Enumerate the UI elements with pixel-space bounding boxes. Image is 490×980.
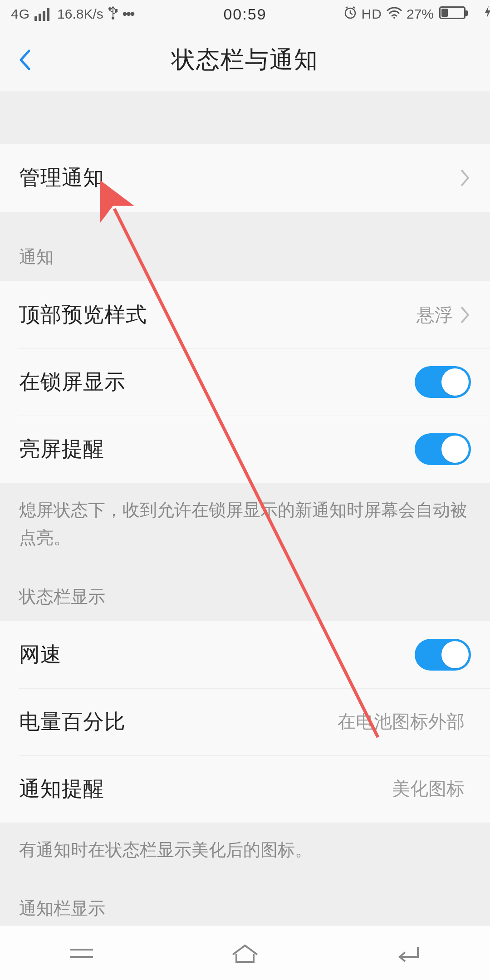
row-show-on-lockscreen[interactable]: 在锁屏显示 <box>0 348 490 416</box>
status-right: HD 27% <box>245 6 479 23</box>
row-label: 管理通知 <box>19 164 459 192</box>
battery-percent: 27% <box>407 6 434 22</box>
signal-bars-icon <box>34 7 53 21</box>
usb-icon <box>108 6 118 23</box>
back-button[interactable] <box>9 44 41 76</box>
hd-indicator: HD <box>362 6 382 22</box>
page-header: 状态栏与通知 <box>0 28 490 92</box>
group-manage: 管理通知 <box>0 144 490 212</box>
row-value: 美化图标 <box>392 776 465 801</box>
svg-rect-2 <box>115 10 117 11</box>
svg-point-0 <box>112 17 114 19</box>
battery-icon <box>439 6 466 19</box>
svg-point-4 <box>393 17 395 19</box>
toggle-wake-screen[interactable] <box>415 433 471 465</box>
row-label: 网速 <box>19 641 415 669</box>
section-header-notification-panel: 通知栏显示 <box>0 868 490 933</box>
chevron-right-icon <box>459 306 471 324</box>
row-battery-percent[interactable]: 电量百分比 在电池图标外部 <box>0 688 490 755</box>
row-net-speed[interactable]: 网速 <box>0 621 490 688</box>
wifi-icon <box>387 6 402 22</box>
section-header-notifications: 通知 <box>0 212 490 281</box>
row-notification-reminder[interactable]: 通知提醒 美化图标 <box>0 755 490 823</box>
row-wake-screen[interactable]: 亮屏提醒 <box>0 416 490 483</box>
footer-notifications: 熄屏状态下，收到允许在锁屏显示的新通知时屏幕会自动被点亮。 <box>0 483 490 556</box>
more-dots-icon: ••• <box>122 6 134 22</box>
svg-point-1 <box>109 8 111 10</box>
footer-statusbar: 有通知时在状态栏显示美化后的图标。 <box>0 823 490 868</box>
status-time: 00:59 <box>223 5 266 23</box>
group-notifications: 顶部预览样式 悬浮 在锁屏显示 亮屏提醒 <box>0 281 490 483</box>
row-manage-notifications[interactable]: 管理通知 <box>0 144 490 212</box>
status-left: 4G 16.8K/s ••• <box>11 6 245 23</box>
row-label: 在锁屏显示 <box>19 368 415 396</box>
chevron-right-icon <box>459 169 471 187</box>
row-label: 通知提醒 <box>19 775 392 803</box>
alarm-icon <box>343 6 357 23</box>
toggle-net-speed[interactable] <box>415 639 471 671</box>
section-header-statusbar: 状态栏显示 <box>0 556 490 621</box>
status-bar: 4G 16.8K/s ••• 00:59 HD 27% <box>0 0 490 28</box>
nav-home-button[interactable] <box>222 940 268 967</box>
navigation-bar <box>0 926 490 980</box>
net-speed: 16.8K/s <box>57 6 103 22</box>
toggle-lockscreen[interactable] <box>415 366 471 398</box>
section-gap <box>0 92 490 144</box>
network-type: 4G <box>11 6 30 22</box>
group-statusbar: 网速 电量百分比 在电池图标外部 通知提醒 美化图标 <box>0 621 490 823</box>
row-label: 顶部预览样式 <box>19 301 416 329</box>
row-label: 亮屏提醒 <box>19 435 415 463</box>
page-title: 状态栏与通知 <box>172 44 318 76</box>
row-label: 电量百分比 <box>19 708 338 736</box>
nav-back-button[interactable] <box>386 940 431 967</box>
row-value: 悬浮 <box>416 303 453 328</box>
nav-recent-button[interactable] <box>59 940 104 967</box>
row-value: 在电池图标外部 <box>338 709 465 734</box>
row-top-preview-style[interactable]: 顶部预览样式 悬浮 <box>0 281 490 348</box>
charging-bolt-icon <box>484 5 490 22</box>
